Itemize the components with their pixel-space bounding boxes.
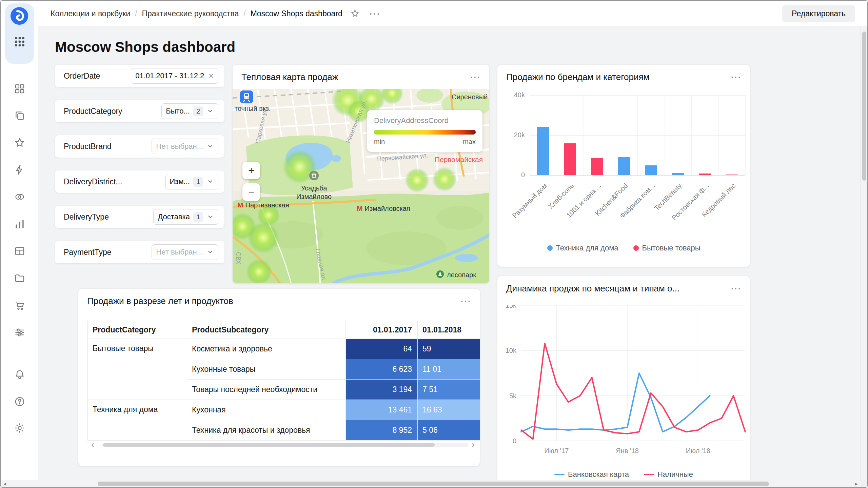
cart-icon [14, 300, 25, 312]
filter-control[interactable]: Нет выбран... [152, 244, 218, 260]
sidebar-item-charts[interactable] [10, 215, 29, 234]
map-label-text: СВХ [235, 252, 242, 264]
horizontal-scrollbar-thumb[interactable] [98, 482, 769, 486]
filter-panel: OrderDate01.01.2017 - 31.12.2✕ProductCat… [55, 65, 224, 276]
filter-value: Доставка [158, 212, 190, 221]
filter-count-badge: 2 [193, 106, 203, 116]
legend-item[interactable]: Банковская карта [554, 470, 629, 479]
filter-control[interactable]: Изм...1 [165, 174, 219, 189]
subcategory-cell: Косметика и здоровье [187, 339, 346, 359]
sidebar-item-notifications[interactable] [10, 365, 29, 384]
park-icon [436, 270, 444, 280]
line-chart-plot: 05k10k15kИюл '17Янв '18Июл '18 [497, 305, 750, 459]
sidebar-item-files[interactable] [10, 269, 29, 288]
sidebar-item-dashboards[interactable] [10, 80, 29, 99]
map-canvas[interactable]: СиреневыйНикитинская ул.Парковая ул.Перв… [233, 89, 489, 283]
map-label-text: лесопарк [447, 271, 476, 279]
bar-Ростовская ф...[interactable] [699, 174, 711, 175]
datalens-logo-icon[interactable] [10, 7, 28, 25]
subcategory-cell: Кухонная [187, 400, 346, 420]
filter-control[interactable]: Доставка1 [153, 209, 218, 225]
map-label-text: УсадьбаИзмайлово [296, 184, 332, 201]
x-axis-label: Хлеб-соль [525, 182, 576, 233]
table-scroll-right-icon[interactable]: › [472, 440, 475, 449]
map-label: Первомайская [435, 156, 483, 164]
bar-1001 и одна ...[interactable] [591, 158, 603, 175]
line-Банковская карта [521, 373, 710, 432]
filter-control[interactable]: Нет выбран... [152, 139, 218, 154]
heatmap-card: Тепловая карта продаж ⋯ [233, 65, 489, 283]
sidebar-item-marketplace[interactable] [10, 296, 29, 315]
sidebar-item-favorites[interactable] [10, 134, 29, 152]
bar-Kitchen&Food[interactable] [618, 157, 630, 175]
table-scrollbar-thumb[interactable] [103, 443, 435, 447]
chevron-down-icon [206, 178, 214, 185]
zoom-in-button[interactable]: + [242, 162, 260, 179]
map-label: лесопарк [436, 270, 476, 280]
column-header: 01.01.2017 [346, 321, 418, 339]
table-icon [14, 245, 25, 258]
map-legend-gradient [374, 130, 476, 135]
line-chart-legend: Банковская картаНаличные [497, 470, 750, 479]
scroll-right-arrow-icon[interactable]: ▸ [855, 481, 858, 487]
legend-label: Наличные [657, 470, 693, 479]
bar-TechBeauty[interactable] [672, 173, 684, 175]
chevron-down-icon [206, 107, 214, 115]
subcategory-cell: Товары последней необходимости [187, 380, 346, 400]
legend-line-icon [554, 474, 565, 475]
sidebar-item-services[interactable] [10, 323, 29, 342]
value-2017-cell: 64 [346, 339, 418, 359]
filter-control[interactable]: Быто...2 [161, 103, 218, 119]
breadcrumb-separator: / [135, 9, 137, 18]
widget-menu-icon[interactable]: ⋯ [730, 72, 741, 82]
favorite-star-icon[interactable] [350, 8, 360, 19]
dashboards-icon [14, 83, 25, 96]
sidebar-item-connections[interactable] [10, 161, 29, 180]
legend-item[interactable]: Наличные [644, 470, 693, 479]
bar-Хлеб-соль[interactable] [564, 143, 576, 175]
y-axis-tick: 40k [509, 91, 525, 99]
apps-grid-icon[interactable] [14, 36, 25, 47]
sidebar-item-help[interactable] [10, 392, 29, 411]
more-menu-icon[interactable]: ⋯ [369, 8, 380, 19]
map-label: Никитинская ул. [344, 99, 368, 144]
vertical-scrollbar-thumb[interactable] [862, 32, 866, 181]
svg-text:15k: 15k [506, 305, 517, 309]
map-label-text: Партизанская [245, 201, 289, 209]
scroll-left-arrow-icon[interactable]: ◂ [3, 481, 6, 487]
sidebar-item-collections[interactable] [10, 106, 29, 125]
page-horizontal-scrollbar[interactable]: ◂ ▸ [1, 480, 867, 487]
sidebar-item-datasets[interactable] [10, 188, 29, 207]
value-2018-cell: 59 [418, 339, 480, 359]
breadcrumb-item-current: Moscow Shops dashboard [251, 9, 342, 18]
map-label: УсадьбаИзмайлово [294, 170, 334, 201]
question-icon [14, 396, 25, 408]
zoom-out-button[interactable]: − [242, 183, 260, 201]
edit-button[interactable]: Редактировать [782, 5, 855, 22]
sidebar-item-settings[interactable] [10, 419, 29, 438]
page-vertical-scrollbar[interactable] [861, 27, 867, 480]
x-axis-label: 1001 и одна ... [551, 182, 603, 233]
table-horizontal-scrollbar[interactable] [102, 443, 468, 447]
widget-menu-icon[interactable]: ⋯ [730, 283, 741, 294]
legend-item[interactable]: Бытовые товары [633, 244, 701, 252]
bar-Разумный дом[interactable] [537, 127, 549, 175]
bar-Кедровый лес[interactable] [726, 175, 738, 175]
map-label-text: Сиреневый [452, 93, 488, 101]
legend-dot-icon [547, 245, 553, 251]
widget-menu-icon[interactable]: ⋯ [470, 72, 480, 82]
widget-menu-icon[interactable]: ⋯ [460, 296, 471, 306]
widget-title: Продажи в разрезе лет и продуктов [87, 296, 233, 306]
legend-item[interactable]: Техника для дома [547, 244, 618, 252]
breadcrumb-item-guides[interactable]: Практические руководства [142, 9, 239, 18]
metro-icon: М [357, 204, 363, 212]
bar-Фабрика ком...[interactable] [645, 165, 657, 176]
grid-line [745, 95, 746, 175]
table-scroll-left-icon[interactable]: ‹ [91, 440, 94, 449]
sidebar-item-tables[interactable] [10, 242, 29, 261]
breadcrumb-item-collections[interactable]: Коллекции и воркбуки [51, 9, 130, 18]
filter-control[interactable]: 01.01.2017 - 31.12.2✕ [131, 68, 218, 84]
clear-icon[interactable]: ✕ [208, 72, 214, 80]
column-header: ProductCategory [88, 321, 187, 339]
map-label: Сиреневый [452, 93, 488, 101]
